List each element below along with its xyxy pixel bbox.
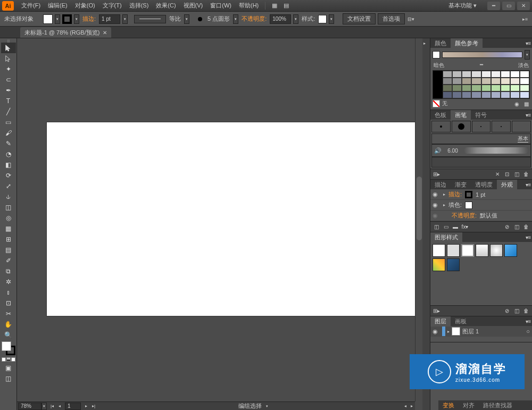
- brush-preset-1[interactable]: [431, 121, 451, 132]
- prev-artboard-button[interactable]: ◂: [56, 403, 63, 409]
- duplicate-icon[interactable]: ◫: [513, 223, 520, 231]
- color-mode-gradient[interactable]: [6, 357, 11, 362]
- appearance-fill-row[interactable]: ◉ ▸ 填色:: [430, 200, 532, 211]
- new-style-icon[interactable]: ◫: [513, 307, 520, 315]
- panel-menu-icon[interactable]: ▾≡: [525, 233, 532, 241]
- expand-icon[interactable]: ▸: [443, 203, 445, 207]
- uniform-dropdown[interactable]: ▾: [184, 14, 189, 24]
- mesh-tool[interactable]: ⊞: [1, 234, 16, 245]
- paintbrush-tool[interactable]: 🖌: [1, 128, 16, 138]
- prefs-button[interactable]: 首选项: [378, 13, 405, 24]
- gstyle-2[interactable]: [447, 244, 460, 257]
- gstyle-1[interactable]: [433, 244, 445, 257]
- slice-tool[interactable]: ✂: [1, 308, 16, 319]
- width-tool[interactable]: ⫝: [1, 191, 16, 202]
- tab-symbols[interactable]: 符号: [471, 110, 491, 120]
- expand-icon[interactable]: ▸: [443, 192, 445, 197]
- stroke-weight-dropdown[interactable]: ▾: [122, 14, 128, 24]
- selection-tool[interactable]: [1, 43, 16, 53]
- bridge-icon[interactable]: ▦: [270, 1, 279, 11]
- color-mode-none[interactable]: [11, 357, 15, 362]
- zoom-input[interactable]: [18, 403, 41, 410]
- appear-fill-swatch[interactable]: [465, 202, 472, 209]
- gstyle-7[interactable]: [433, 258, 445, 271]
- recolor-icon[interactable]: ◉: [513, 100, 520, 107]
- lasso-tool[interactable]: ⊂: [1, 74, 16, 85]
- draw-mode-tool[interactable]: ◫: [1, 373, 16, 384]
- h-scroll-right[interactable]: ▸: [409, 403, 415, 409]
- stroke-dropdown[interactable]: ▾: [74, 14, 79, 24]
- type-tool[interactable]: T: [1, 96, 16, 106]
- layer-visibility-icon[interactable]: ◉: [433, 328, 440, 335]
- brush-preset-4[interactable]: [492, 121, 511, 132]
- vertical-scrollbar[interactable]: [415, 38, 422, 401]
- last-artboard-button[interactable]: ▸|: [90, 403, 97, 409]
- fill-stroke-control[interactable]: [2, 341, 15, 355]
- artboard-tool[interactable]: ⊡: [1, 298, 16, 308]
- menu-window[interactable]: 窗口(W): [207, 1, 235, 11]
- tab-transform[interactable]: 变换: [438, 400, 459, 411]
- graph-tool[interactable]: ⫾: [1, 287, 16, 298]
- tab-pathfinder[interactable]: 路径查找器: [479, 400, 517, 411]
- stroke-swatch[interactable]: [62, 14, 72, 24]
- gstyle-5[interactable]: [490, 244, 503, 257]
- menu-edit[interactable]: 编辑(E): [45, 1, 71, 11]
- tab-transparency[interactable]: 透明度: [471, 180, 497, 190]
- opacity-dropdown[interactable]: ▾: [293, 14, 298, 24]
- delete-style-icon[interactable]: 🗑: [522, 307, 530, 315]
- blob-brush-tool[interactable]: ◔: [1, 149, 16, 160]
- collapse-arrow-icon[interactable]: ▸: [423, 41, 429, 46]
- tab-swatches[interactable]: 色板: [430, 110, 451, 120]
- arrange-icon[interactable]: ▤: [281, 1, 291, 11]
- tab-close-icon[interactable]: ✕: [103, 30, 107, 36]
- fill-color-icon[interactable]: [2, 341, 11, 351]
- symbol-sprayer-tool[interactable]: ✲: [1, 277, 16, 287]
- menu-select[interactable]: 选择(S): [126, 1, 152, 11]
- tab-brushes[interactable]: 画笔: [451, 110, 471, 120]
- visibility-icon[interactable]: ◉: [433, 212, 440, 219]
- tab-appearance[interactable]: 外观: [497, 180, 517, 190]
- v-scroll-thumb[interactable]: [417, 177, 422, 240]
- layer-expand-icon[interactable]: ▸: [447, 329, 450, 334]
- brush-basic-label[interactable]: 基本: [431, 133, 531, 144]
- h-scroll-track[interactable]: [101, 404, 232, 409]
- appearance-opacity-row[interactable]: ◉ 不透明度: 默认值: [430, 211, 532, 221]
- fill-swatch[interactable]: [43, 14, 53, 24]
- harmony-dropdown[interactable]: ▾: [525, 50, 530, 60]
- menu-object[interactable]: 对象(O): [72, 1, 98, 11]
- free-transform-tool[interactable]: ◫: [1, 202, 16, 213]
- menu-view[interactable]: 视图(V): [180, 1, 206, 11]
- remove-brush-icon[interactable]: ✕: [494, 171, 501, 178]
- scale-tool[interactable]: ⤢: [1, 181, 16, 191]
- brush-preset-2[interactable]: [452, 121, 471, 132]
- profile-dropdown[interactable]: ▾: [233, 14, 238, 24]
- brush-lib-icon[interactable]: ⊞▸: [433, 171, 440, 178]
- controlbar-menu-icon[interactable]: ▸≡: [521, 15, 529, 23]
- panel-menu-icon[interactable]: ▾≡: [525, 39, 532, 47]
- brush-preset-5[interactable]: [512, 121, 531, 132]
- new-art-icon[interactable]: ◫: [433, 223, 440, 231]
- panel-menu-icon[interactable]: ▾≡: [525, 111, 532, 119]
- line-tool[interactable]: ╱: [1, 106, 16, 117]
- tab-gradient[interactable]: 渐变: [451, 180, 471, 190]
- menu-effect[interactable]: 效果(C): [153, 1, 179, 11]
- stroke-style-preview[interactable]: [134, 15, 166, 23]
- appear-opacity-label[interactable]: 不透明度:: [452, 212, 477, 220]
- artboard[interactable]: [47, 122, 422, 316]
- add-stroke-icon[interactable]: ▭: [442, 223, 450, 231]
- tab-artboards[interactable]: 画板: [451, 316, 471, 327]
- layer-target-icon[interactable]: ○: [526, 328, 530, 334]
- menu-file[interactable]: 文件(F): [18, 1, 44, 11]
- add-fill-icon[interactable]: ▬: [452, 223, 459, 231]
- none-swatch-icon[interactable]: [433, 100, 440, 107]
- gstyle-6[interactable]: [504, 244, 517, 257]
- eyedropper-tool[interactable]: ✐: [1, 255, 16, 266]
- menu-type[interactable]: 文字(T): [99, 1, 125, 11]
- clear-icon[interactable]: ⊘: [503, 223, 511, 231]
- appear-stroke-swatch[interactable]: [465, 191, 472, 198]
- color-variation-grid[interactable]: [433, 70, 530, 99]
- next-artboard-button[interactable]: ▸: [83, 403, 89, 409]
- tab-graphic-styles[interactable]: 图形样式: [430, 232, 462, 242]
- maximize-button[interactable]: ▭: [502, 2, 515, 10]
- menu-help[interactable]: 帮助(H): [236, 1, 262, 11]
